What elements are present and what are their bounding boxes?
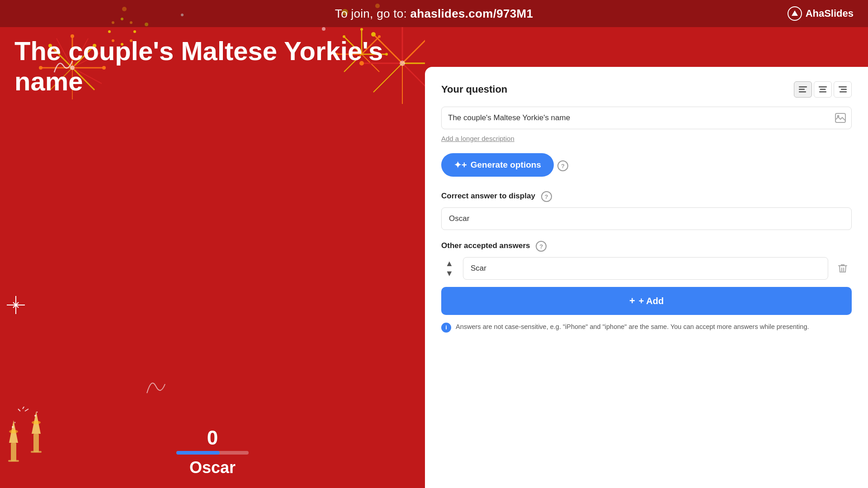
panel-header: Your question	[441, 81, 852, 98]
generate-help-icon[interactable]: ?	[557, 160, 568, 171]
svg-rect-77	[840, 91, 847, 93]
question-input-wrapper	[441, 107, 852, 129]
ai-sparkle-icon: ✦+	[454, 160, 467, 170]
join-text: To join, go to: ahaslides.com/973M1	[335, 7, 533, 21]
svg-rect-73	[820, 89, 826, 90]
svg-line-66	[23, 407, 25, 409]
other-answers-list: ▲ ▼	[441, 257, 852, 280]
arrow-up-icon: ▲	[445, 259, 453, 267]
correct-answer-input[interactable]	[441, 207, 852, 230]
answer-label-text: Oscar	[189, 458, 236, 477]
svg-rect-76	[841, 89, 847, 90]
ahaslides-logo: AhaSlides	[788, 6, 854, 21]
join-url: ahaslides.com/973M1	[410, 7, 533, 20]
question-title: The couple's Maltese Yorkie's name	[14, 36, 425, 96]
svg-rect-57	[8, 460, 19, 462]
align-right-button[interactable]	[834, 81, 852, 98]
svg-line-67	[25, 409, 28, 411]
info-text: Answers are not case-sensitive, e.g. "iP…	[456, 322, 809, 332]
svg-point-64	[34, 415, 36, 417]
topbar: To join, go to: ahaslides.com/973M1 AhaS…	[0, 0, 868, 27]
align-buttons	[794, 81, 852, 98]
align-center-button[interactable]	[814, 81, 832, 98]
add-description-link[interactable]: Add a longer description	[441, 135, 514, 142]
answer-bar-fill	[176, 451, 220, 455]
delete-answer-button[interactable]	[834, 259, 852, 277]
svg-point-63	[32, 421, 41, 424]
svg-rect-75	[839, 86, 847, 88]
arrow-down-icon: ▼	[445, 269, 453, 277]
align-left-button[interactable]	[794, 81, 812, 98]
logo-name: AhaSlides	[806, 8, 854, 19]
generate-row: ✦+ Generate options ?	[441, 153, 852, 178]
answer-bar	[176, 451, 249, 455]
svg-point-65	[37, 412, 38, 413]
right-panel: Your question	[425, 67, 868, 488]
champagne-glasses	[0, 407, 54, 488]
svg-rect-62	[31, 451, 42, 453]
question-input[interactable]	[442, 107, 830, 129]
svg-point-60	[14, 422, 16, 423]
correct-answer-help-icon[interactable]: ?	[541, 191, 552, 202]
other-answer-input[interactable]	[463, 257, 828, 280]
svg-rect-72	[819, 86, 827, 88]
answer-count: 0	[207, 427, 218, 449]
svg-line-68	[18, 409, 20, 411]
add-btn-label: + Add	[639, 296, 664, 306]
svg-point-59	[12, 426, 14, 428]
other-answers-section-label: Other accepted answers ?	[441, 241, 852, 252]
bottom-answer-area: 0 Oscar	[0, 407, 425, 488]
panel-title: Your question	[441, 84, 507, 95]
svg-rect-61	[33, 434, 39, 452]
correct-answer-section-label: Correct answer to display ?	[441, 191, 852, 202]
svg-rect-70	[799, 89, 805, 90]
info-note: i Answers are not case-sensitive, e.g. "…	[441, 322, 852, 333]
svg-rect-74	[819, 91, 826, 93]
other-answers-help-icon[interactable]: ?	[536, 241, 547, 252]
plus-icon: +	[629, 295, 635, 307]
svg-rect-56	[11, 443, 16, 461]
info-icon: i	[441, 323, 451, 333]
generate-options-button[interactable]: ✦+ Generate options	[441, 153, 554, 177]
svg-rect-69	[799, 86, 807, 88]
generate-btn-label: Generate options	[471, 160, 541, 170]
add-image-button[interactable]	[830, 107, 851, 129]
svg-rect-71	[799, 91, 806, 93]
drag-handle[interactable]: ▲ ▼	[441, 258, 458, 279]
logo-icon	[788, 6, 802, 21]
add-answer-button[interactable]: + + Add	[441, 287, 852, 315]
join-label: To join, go to:	[335, 7, 407, 20]
svg-point-58	[9, 430, 18, 433]
other-answer-row: ▲ ▼	[441, 257, 852, 280]
